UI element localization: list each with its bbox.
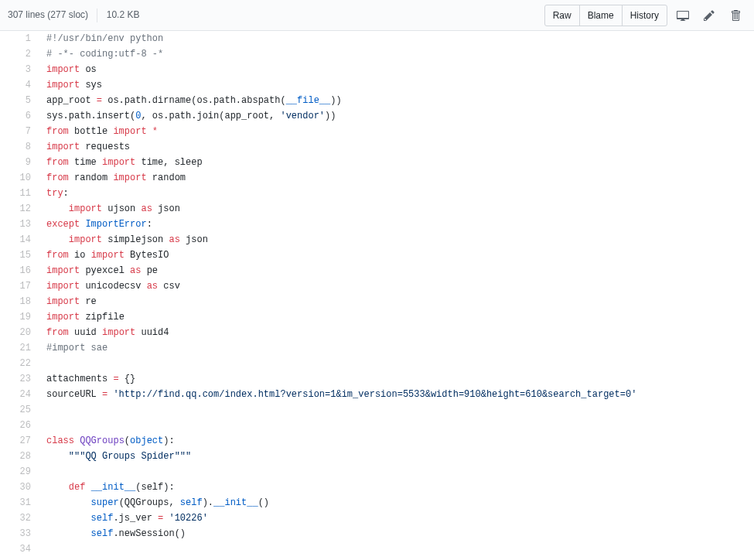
line-number[interactable]: 27 <box>0 433 39 449</box>
line-number[interactable]: 16 <box>0 263 39 278</box>
code-line: 34 <box>0 541 754 557</box>
edit-icon[interactable] <box>698 5 720 26</box>
code-content[interactable]: from bottle import * <box>39 124 754 139</box>
line-number[interactable]: 22 <box>0 356 39 371</box>
code-line: 17import unicodecsv as csv <box>0 278 754 294</box>
code-content[interactable]: except ImportError: <box>39 217 754 232</box>
code-line: 12 import ujson as json <box>0 201 754 217</box>
code-content[interactable]: attachments = {} <box>39 371 754 387</box>
line-number[interactable]: 14 <box>0 232 39 248</box>
line-number[interactable]: 29 <box>0 464 39 480</box>
code-content[interactable]: app_root = os.path.dirname(os.path.abspa… <box>39 93 754 108</box>
delete-icon[interactable] <box>725 5 746 26</box>
code-content[interactable]: import pyexcel as pe <box>39 263 754 278</box>
code-line: 3import os <box>0 62 754 77</box>
file-size: 10.2 KB <box>107 9 140 20</box>
code-content[interactable] <box>39 541 754 557</box>
code-content[interactable] <box>39 464 754 480</box>
code-content[interactable]: super(QQGroups, self).__init__() <box>39 495 754 510</box>
line-number[interactable]: 17 <box>0 278 39 294</box>
code-line: 19import zipfile <box>0 309 754 325</box>
line-number[interactable]: 1 <box>0 31 39 46</box>
code-content[interactable] <box>39 356 754 371</box>
history-button[interactable]: History <box>622 5 667 26</box>
line-number[interactable]: 23 <box>0 371 39 387</box>
line-number[interactable]: 9 <box>0 155 39 170</box>
raw-button[interactable]: Raw <box>544 5 580 26</box>
line-number[interactable]: 15 <box>0 248 39 263</box>
line-number[interactable]: 26 <box>0 418 39 433</box>
code-line: 24sourceURL = 'http://find.qq.com/index.… <box>0 387 754 402</box>
code-line: 30 def __init__(self): <box>0 480 754 495</box>
line-number[interactable]: 4 <box>0 77 39 93</box>
code-content[interactable]: from uuid import uuid4 <box>39 325 754 340</box>
code-line: 18import re <box>0 294 754 309</box>
code-line: 9from time import time, sleep <box>0 155 754 170</box>
code-content[interactable]: def __init__(self): <box>39 480 754 495</box>
line-number[interactable]: 8 <box>0 139 39 155</box>
code-line: 16import pyexcel as pe <box>0 263 754 278</box>
code-line: 29 <box>0 464 754 480</box>
line-number[interactable]: 5 <box>0 93 39 108</box>
line-number[interactable]: 11 <box>0 186 39 201</box>
code-content[interactable] <box>39 418 754 433</box>
line-number[interactable]: 2 <box>0 46 39 62</box>
code-content[interactable]: """QQ Groups Spider""" <box>39 449 754 464</box>
line-number[interactable]: 20 <box>0 325 39 340</box>
code-content[interactable] <box>39 402 754 418</box>
code-content[interactable]: #import sae <box>39 340 754 356</box>
code-content[interactable]: # -*- coding:utf-8 -* <box>39 46 754 62</box>
code-content[interactable]: import sys <box>39 77 754 93</box>
code-content[interactable]: class QQGroups(object): <box>39 433 754 449</box>
line-number[interactable]: 24 <box>0 387 39 402</box>
line-number[interactable]: 30 <box>0 480 39 495</box>
file-info: 307 lines (277 sloc) 10.2 KB <box>8 9 139 22</box>
code-line: 28 """QQ Groups Spider""" <box>0 449 754 464</box>
line-number[interactable]: 7 <box>0 124 39 139</box>
code-content[interactable]: self.js_ver = '10226' <box>39 510 754 526</box>
code-line: 23attachments = {} <box>0 371 754 387</box>
line-number[interactable]: 21 <box>0 340 39 356</box>
code-line: 14 import simplejson as json <box>0 232 754 248</box>
code-content[interactable]: from io import BytesIO <box>39 248 754 263</box>
code-line: 20from uuid import uuid4 <box>0 325 754 340</box>
code-content[interactable]: import os <box>39 62 754 77</box>
code-content[interactable]: import requests <box>39 139 754 155</box>
line-number[interactable]: 31 <box>0 495 39 510</box>
code-line: 7from bottle import * <box>0 124 754 139</box>
code-content[interactable]: from random import random <box>39 170 754 186</box>
blame-button[interactable]: Blame <box>579 5 623 26</box>
code-content[interactable]: import unicodecsv as csv <box>39 278 754 294</box>
code-line: 10from random import random <box>0 170 754 186</box>
line-number[interactable]: 32 <box>0 510 39 526</box>
code-content[interactable]: import zipfile <box>39 309 754 325</box>
code-content[interactable]: import re <box>39 294 754 309</box>
code-content[interactable]: sourceURL = 'http://find.qq.com/index.ht… <box>39 387 754 402</box>
code-content[interactable]: #!/usr/bin/env python <box>39 31 754 46</box>
code-line: 1#!/usr/bin/env python <box>0 31 754 46</box>
code-line: 6sys.path.insert(0, os.path.join(app_roo… <box>0 108 754 124</box>
code-content[interactable]: from time import time, sleep <box>39 155 754 170</box>
line-number[interactable]: 6 <box>0 108 39 124</box>
code-content[interactable]: self.newSession() <box>39 526 754 541</box>
line-number[interactable]: 18 <box>0 294 39 309</box>
line-number[interactable]: 3 <box>0 62 39 77</box>
line-number[interactable]: 33 <box>0 526 39 541</box>
code-line: 11try: <box>0 186 754 201</box>
file-actions: Raw Blame History <box>544 5 746 26</box>
line-number[interactable]: 13 <box>0 217 39 232</box>
code-content[interactable]: try: <box>39 186 754 201</box>
line-number[interactable]: 34 <box>0 541 39 557</box>
code-content[interactable]: import simplejson as json <box>39 232 754 248</box>
code-content[interactable]: import ujson as json <box>39 201 754 217</box>
code-content[interactable]: sys.path.insert(0, os.path.join(app_root… <box>39 108 754 124</box>
desktop-icon[interactable] <box>672 5 694 26</box>
line-number[interactable]: 12 <box>0 201 39 217</box>
code-line: 33 self.newSession() <box>0 526 754 541</box>
code-line: 22 <box>0 356 754 371</box>
line-number[interactable]: 25 <box>0 402 39 418</box>
line-number[interactable]: 19 <box>0 309 39 325</box>
line-number[interactable]: 10 <box>0 170 39 186</box>
code-line: 15from io import BytesIO <box>0 248 754 263</box>
line-number[interactable]: 28 <box>0 449 39 464</box>
